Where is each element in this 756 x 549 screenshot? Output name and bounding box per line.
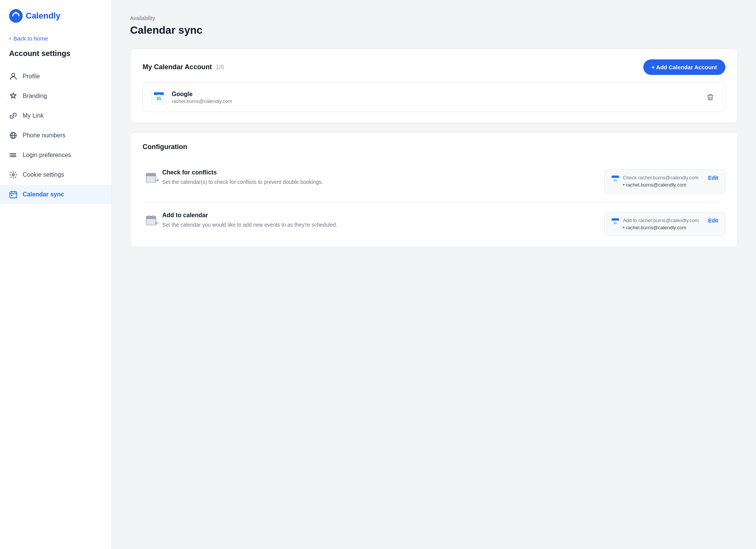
svg-point-12 [12, 174, 14, 176]
svg-text:▼: ▼ [158, 93, 160, 96]
sidebar-item-cookie-settings[interactable]: Cookie settings [0, 165, 112, 184]
svg-rect-41 [612, 220, 619, 221]
svg-rect-13 [10, 192, 17, 198]
breadcrumb: Availability [130, 15, 738, 21]
add-to-calendar-text: Add to calendar Set the calendar you wou… [162, 212, 604, 229]
add-to-calendar-row: Add to calendar Set the calendar you wou… [143, 203, 725, 236]
conflicts-right-email: • rachel.burns@calendly.com [623, 182, 704, 188]
google-account-row: 31 ▼ Google rachel.burns@calendly.com [143, 82, 725, 112]
page-title: Calendar sync [130, 24, 738, 36]
svg-point-9 [10, 153, 11, 154]
sidebar: Calendly ‹ Back to home Account settings… [0, 0, 112, 549]
svg-point-1 [15, 12, 17, 14]
branding-icon [9, 92, 17, 100]
conflicts-icon-wrap [143, 171, 162, 186]
sidebar-item-branding[interactable]: Branding [0, 87, 112, 106]
add-to-calendar-edit-button[interactable]: Edit [708, 218, 718, 224]
configuration-title: Configuration [143, 143, 725, 151]
svg-rect-27 [146, 175, 156, 176]
svg-point-10 [10, 155, 11, 156]
conflicts-right-content: 31 Check rachel.burns@calendly.com • rac… [612, 175, 704, 188]
svg-point-0 [9, 9, 23, 23]
svg-text:31: 31 [614, 179, 617, 182]
add-to-calendar-desc: Set the calendar you would like to add n… [162, 221, 592, 229]
card-title: My Calendar Account [143, 63, 212, 71]
sidebar-item-label-profile: Profile [23, 73, 40, 80]
back-to-home-label: Back to home [13, 35, 48, 42]
logo-text: Calendly [26, 11, 61, 21]
sidebar-item-profile[interactable]: Profile [0, 67, 112, 86]
configuration-card: Configuration Check for conflicts Set th… [130, 132, 738, 247]
calendar-icon [9, 190, 17, 199]
sidebar-item-my-link[interactable]: My Link [0, 106, 112, 125]
add-to-calendar-right-email: • rachel.burns@calendly.com [623, 225, 704, 230]
card-count: 1/6 [216, 64, 224, 71]
link-icon [9, 112, 17, 120]
add-to-calendar-icon [145, 213, 160, 229]
sidebar-item-label-login: Login preferences [23, 152, 71, 159]
conflicts-right: 31 Check rachel.burns@calendly.com • rac… [604, 169, 725, 193]
card-header-left: My Calendar Account 1/6 [143, 63, 224, 71]
gear-icon [9, 171, 17, 179]
add-to-calendar-right: 31 Add to rachel.burns@calendly.com • ra… [604, 212, 725, 236]
back-arrow-icon: ‹ [9, 35, 11, 42]
svg-rect-32 [612, 177, 619, 178]
conflicts-right-text: Check rachel.burns@calendly.com • rachel… [623, 175, 704, 188]
conflicts-desc: Set the calendar(s) to check for conflic… [162, 178, 592, 186]
trash-icon [706, 93, 714, 101]
add-to-calendar-right-text: Add to rachel.burns@calendly.com • rache… [623, 218, 704, 230]
account-row-left: 31 ▼ Google rachel.burns@calendly.com [151, 90, 232, 105]
add-to-calendar-name: Add to calendar [162, 212, 592, 219]
svg-text:31: 31 [157, 96, 161, 101]
add-to-calendar-right-label: Add to rachel.burns@calendly.com [623, 218, 704, 223]
delete-account-button[interactable] [704, 91, 717, 104]
back-to-home-link[interactable]: ‹ Back to home [0, 35, 112, 49]
gcal-mini-icon-conflicts: 31 [612, 176, 619, 183]
account-provider: Google [172, 91, 232, 98]
add-to-calendar-right-content: 31 Add to rachel.burns@calendly.com • ra… [612, 218, 704, 230]
google-calendar-icon: 31 ▼ [151, 90, 166, 105]
add-to-calendar-icon-wrap [143, 213, 162, 229]
card-header: My Calendar Account 1/6 + Add Calendar A… [143, 59, 725, 75]
sidebar-item-label-my-link: My Link [23, 112, 43, 119]
list-icon [9, 151, 17, 159]
svg-point-11 [10, 156, 11, 157]
logo: Calendly [0, 9, 112, 35]
account-email: rachel.burns@calendly.com [172, 98, 232, 104]
conflicts-name: Check for conflicts [162, 169, 592, 176]
globe-icon [9, 131, 17, 140]
sidebar-nav: Profile Branding My Link [0, 67, 112, 204]
sidebar-item-label-branding: Branding [23, 93, 47, 100]
sidebar-item-label-cookie: Cookie settings [23, 171, 64, 178]
gcal-mini-icon-add: 31 [612, 218, 619, 226]
sidebar-item-label-phone: Phone numbers [23, 132, 65, 139]
sidebar-item-login-preferences[interactable]: Login preferences [0, 146, 112, 165]
conflicts-row: Check for conflicts Set the calendar(s) … [143, 160, 725, 203]
add-calendar-account-button[interactable]: + Add Calendar Account [643, 59, 726, 75]
svg-point-2 [12, 73, 15, 76]
sidebar-item-label-calendar: Calendar sync [23, 191, 64, 198]
profile-icon [9, 72, 17, 81]
conflicts-icon [145, 171, 160, 186]
conflicts-edit-button[interactable]: Edit [708, 175, 718, 181]
conflicts-right-label: Check rachel.burns@calendly.com [623, 175, 704, 180]
sidebar-item-calendar-sync[interactable]: Calendar sync [0, 185, 112, 204]
svg-rect-17 [11, 195, 12, 196]
calendar-account-card: My Calendar Account 1/6 + Add Calendar A… [130, 48, 738, 123]
main-content: Availability Calendar sync My Calendar A… [112, 0, 756, 549]
account-settings-title: Account settings [0, 49, 112, 67]
sidebar-item-phone-numbers[interactable]: Phone numbers [0, 126, 112, 145]
account-info: Google rachel.burns@calendly.com [172, 91, 232, 104]
conflicts-text: Check for conflicts Set the calendar(s) … [162, 169, 604, 186]
svg-rect-36 [146, 218, 156, 219]
svg-text:31: 31 [614, 222, 617, 224]
